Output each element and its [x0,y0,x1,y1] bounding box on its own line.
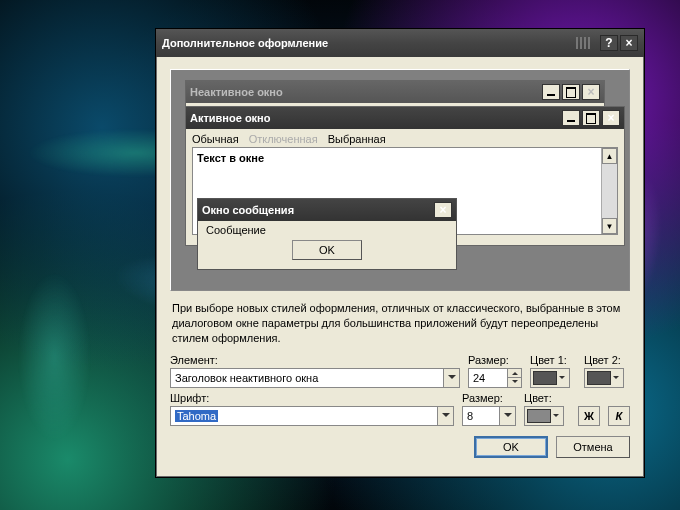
titlebar-grip [568,37,598,49]
help-button[interactable]: ? [600,35,618,51]
msgbox-ok-button[interactable]: OK [292,240,362,260]
fcolor-button[interactable] [524,406,564,426]
font-combo[interactable]: Tahoma [170,406,454,426]
chevron-down-icon [437,407,453,425]
textbox-content: Текст в окне [197,152,264,164]
close-icon: × [434,202,452,218]
messagebox-preview[interactable]: Окно сообщения × Сообщение OK [197,198,457,270]
tab-selected: Выбранная [328,133,386,145]
dialog-title: Дополнительное оформление [162,37,328,49]
msgbox-title: Окно сообщения [202,204,294,216]
color1-swatch [533,371,557,385]
spin-up-icon[interactable] [507,369,521,379]
color2-swatch [587,371,611,385]
italic-button[interactable]: К [608,406,630,426]
dialog-titlebar[interactable]: Дополнительное оформление ? × [156,29,644,57]
close-icon: × [602,110,620,126]
fcolor-swatch [527,409,551,423]
inactive-window-title: Неактивное окно [190,86,283,98]
font-label: Шрифт: [170,392,454,404]
info-text: При выборе новых стилей оформления, отли… [172,301,628,346]
size-label: Размер: [468,354,522,366]
spin-down-icon[interactable] [507,378,521,387]
size-spinner[interactable]: 24 [468,368,522,388]
chevron-down-icon [443,369,459,387]
chevron-down-icon [499,407,515,425]
close-button[interactable]: × [620,35,638,51]
chevron-down-icon [611,373,621,382]
fcolor-label: Цвет: [524,392,570,404]
maximize-icon [582,110,600,126]
tab-disabled: Отключенная [249,133,318,145]
cancel-button[interactable]: Отмена [556,436,630,458]
font-value: Tahoma [175,410,218,422]
fsize-combo[interactable]: 8 [462,406,516,426]
element-value: Заголовок неактивного окна [175,372,318,384]
scroll-down-icon[interactable]: ▼ [602,218,617,234]
element-combo[interactable]: Заголовок неактивного окна [170,368,460,388]
close-icon: × [582,84,600,100]
element-label: Элемент: [170,354,460,366]
bold-button[interactable]: Ж [578,406,600,426]
fsize-label: Размер: [462,392,516,404]
preview-tabs: Обычная Отключенная Выбранная [186,129,624,147]
scroll-up-icon[interactable]: ▲ [602,148,617,164]
active-window-title: Активное окно [190,112,271,124]
ok-button[interactable]: OK [474,436,548,458]
chevron-down-icon [551,411,561,420]
appearance-dialog: Дополнительное оформление ? × Неактивное… [155,28,645,478]
minimize-icon [562,110,580,126]
color2-button[interactable] [584,368,624,388]
color1-button[interactable] [530,368,570,388]
maximize-icon [562,84,580,100]
color2-label: Цвет 2: [584,354,630,366]
chevron-down-icon [557,373,567,382]
scrollbar[interactable]: ▲ ▼ [601,148,617,234]
minimize-icon [542,84,560,100]
color1-label: Цвет 1: [530,354,576,366]
size-value: 24 [473,372,485,384]
preview-pane: Неактивное окно × Активное окно × Обычна… [170,69,630,291]
tab-normal: Обычная [192,133,239,145]
msgbox-text: Сообщение [206,224,266,236]
fsize-value: 8 [467,410,473,422]
